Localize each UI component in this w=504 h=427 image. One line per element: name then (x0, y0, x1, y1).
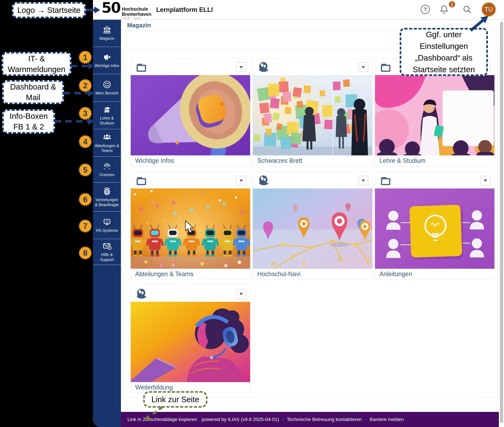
card-actions-dropdown[interactable] (236, 176, 246, 185)
weblink-icon (258, 175, 269, 186)
card-hochschul-navi[interactable]: Hochschul-Navi (253, 171, 372, 280)
footer-barrier-link[interactable]: Barriere melden (370, 417, 404, 422)
folder-icon (380, 175, 391, 186)
sidebar-item-abteilungen-teams[interactable]: Abteilungen & Teams (93, 129, 121, 156)
notifications-bell-icon[interactable] (439, 4, 449, 15)
card-header (131, 172, 250, 189)
footer-separator: · (282, 417, 284, 422)
sidebar-item-vertretungen-beauftragte[interactable]: Vertretungen & Beauftragte (93, 182, 121, 211)
sidebar-item-label: Wichtige Infos (94, 63, 119, 68)
card-wichtige-infos[interactable]: Wichtige Infos (131, 58, 250, 166)
sidebar-item-magazin[interactable]: Magazin (93, 20, 121, 47)
number-circle-3: 3 (79, 107, 92, 120)
logo-years: 1975 - 2025 (122, 17, 141, 20)
card-title[interactable]: Hochschul-Navi (253, 269, 372, 279)
mouse-cursor (185, 220, 194, 234)
sidebar-item-hilfe-support[interactable]: ? Hilfe & Support (93, 239, 121, 265)
footer-support-link[interactable]: Technische Betreuung kontaktieren (287, 417, 362, 422)
number-circle-6: 6 (79, 193, 92, 206)
connector-line-2 (64, 92, 89, 94)
number-circle-8: 8 (79, 246, 92, 259)
sidebar-item-hs-systeme[interactable]: HS-Systeme (93, 211, 121, 239)
footer-bar: Link in Zwischenablage kopieren powered … (121, 412, 499, 427)
logo-name: HochschuleBremerhaven (122, 7, 151, 17)
callout-line: Warnmeldungen (8, 64, 65, 75)
chevron-down-icon (362, 66, 365, 69)
books-icon (103, 105, 111, 114)
screenshot-stage: 50 HochschuleBremerhaven 1975 - 2025 Ler… (0, 0, 504, 427)
callout-logo-arrow-line (85, 9, 95, 11)
mail-question-icon: ? (103, 242, 111, 251)
card-title[interactable]: Wichtige Infos (131, 155, 250, 166)
callout-it-warnmeldungen: IT- &Warnmeldungen (2, 52, 71, 76)
card-schwarzes-brett[interactable]: Schwarzes Brett (253, 58, 372, 166)
sidebar-item-mein-bereich[interactable]: Mein Bereich (93, 74, 121, 101)
number-circle-4: 4 (79, 135, 92, 148)
card-thumbnail (375, 189, 494, 269)
card-title[interactable]: Schwarzes Brett (253, 155, 372, 166)
logo-link[interactable]: 50 HochschuleBremerhaven 1975 - 2025 (101, 0, 156, 19)
callout-dashboard-mail: Dashboard &Mail (2, 80, 64, 104)
assembly-icon (103, 162, 111, 171)
callout-dashboard-startseite: Ggf. unterEinstellungen„Dashboard“ alsSt… (400, 28, 488, 76)
chevron-down-icon (240, 180, 243, 182)
card-actions-dropdown[interactable] (236, 62, 246, 72)
connector-arrow-3 (88, 118, 94, 125)
card-header (131, 285, 250, 302)
number-circle-2: 2 (79, 79, 92, 92)
number-circle-7: 7 (79, 220, 92, 233)
breadcrumb[interactable]: Magazin (127, 22, 151, 29)
card-thumbnail (375, 75, 494, 155)
card-thumbnail (131, 75, 250, 155)
folder-icon (380, 61, 391, 73)
callout-line: „Dashboard“ als (415, 52, 473, 64)
card-weiterbildung[interactable]: Weiterbildung (131, 285, 250, 393)
sidebar-item-lehre-studium[interactable]: Lehre & Studium (93, 101, 121, 129)
monitor-icon (103, 217, 111, 226)
chevron-down-icon (240, 293, 243, 295)
callout-line: Mail (26, 92, 40, 103)
logo-50: 50 (101, 0, 120, 16)
number-circle-1: 1 (79, 51, 92, 64)
card-header (253, 172, 372, 189)
callout-infoboxen: Info-BoxenFB 1 & 2 (2, 109, 55, 134)
top-header: 50 HochschuleBremerhaven 1975 - 2025 Ler… (93, 0, 504, 20)
card-title[interactable]: Lehre & Studium (375, 155, 494, 166)
scrollbar-thumb[interactable] (500, 22, 503, 423)
card-title[interactable]: Abteilungen & Teams (131, 269, 250, 279)
callout-line: Einstellungen (420, 40, 468, 52)
callout-line: IT- & (28, 53, 45, 64)
card-thumbnail (253, 75, 372, 155)
card-actions-dropdown[interactable] (236, 289, 246, 299)
connector-line-3 (55, 120, 89, 122)
connector-arrow-1 (88, 63, 94, 69)
people-icon (103, 133, 111, 142)
page-title: Lernplattform ELLI (156, 6, 213, 13)
help-icon[interactable]: ? (420, 4, 430, 15)
sidebar-item-label: Gremien (99, 172, 114, 177)
sidebar-item-label: Magazin (100, 36, 114, 41)
svg-text:?: ? (109, 247, 110, 249)
folder-icon (136, 175, 147, 186)
chevron-down-icon (484, 180, 487, 182)
card-title[interactable]: Anleitungen (375, 269, 494, 279)
sidebar-item-label: Vertretungen & Beauftragte (94, 197, 120, 207)
card-actions-dropdown[interactable] (481, 176, 490, 185)
callout-avatar-arrow (469, 11, 495, 34)
callout-line: Info-Boxen (10, 111, 48, 122)
callout-line: Startseite setzten (412, 64, 475, 75)
sidebar-item-label: HS-Systeme (96, 228, 118, 233)
card-actions-dropdown[interactable] (358, 176, 368, 185)
sidebar-item-gremien[interactable]: Gremien (93, 156, 121, 182)
repository-panel: Wichtige Infos Schwarzes Brett Lehre & S… (125, 50, 498, 398)
card-actions-dropdown[interactable] (358, 62, 368, 72)
folder-icon (136, 61, 147, 73)
sidebar-item-label: Lehre & Studium (94, 116, 120, 125)
smiley-icon (103, 80, 111, 89)
callout-line: FB 1 & 2 (13, 122, 44, 132)
sidebar-filler (93, 265, 121, 427)
bank-icon (103, 25, 111, 34)
sidebar-item-wichtige-infos[interactable]: Wichtige Infos (93, 47, 121, 74)
card-anleitungen[interactable]: Anleitungen (375, 171, 495, 280)
chevron-down-icon (362, 180, 365, 182)
